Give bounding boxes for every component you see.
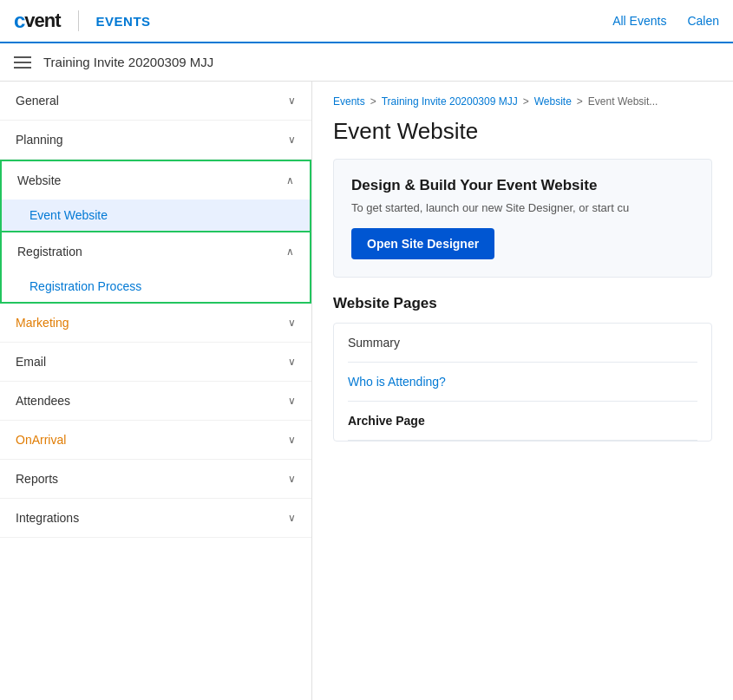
chevron-attendees: ∨ [288,395,296,407]
design-card-title: Design & Build Your Event Website [351,177,694,194]
sidebar-header-email[interactable]: Email ∨ [0,343,311,381]
sidebar-subitem-registration-process[interactable]: Registration Process [2,271,310,302]
breadcrumb-sep1: > [370,95,376,108]
sidebar-item-onarrival: OnArrival ∨ [0,421,311,460]
chevron-onarrival: ∨ [288,434,296,446]
sidebar-header-attendees[interactable]: Attendees ∨ [0,382,311,420]
page-item-summary[interactable]: Summary [348,324,697,363]
sidebar-header-registration[interactable]: Registration ∧ [2,232,310,271]
sidebar-header-website[interactable]: Website ∧ [2,161,310,200]
breadcrumb-event-website: Event Websit... [588,95,658,108]
sidebar-subitem-event-website-label: Event Website [29,208,108,222]
website-pages-section: Website Pages Summary Who is Attending? … [333,295,712,442]
page-item-who-attending[interactable]: Who is Attending? [348,363,697,402]
pages-list: Summary Who is Attending? Archive Page [333,323,712,442]
chevron-email: ∨ [288,356,296,368]
chevron-website: ∧ [286,174,294,186]
sidebar: General ∨ Planning ∨ Website ∧ Event Web… [0,82,312,700]
sub-header: Training Invite 20200309 MJJ [0,43,733,82]
sidebar-item-reports: Reports ∨ [0,460,311,499]
sidebar-header-marketing[interactable]: Marketing ∨ [0,304,311,342]
sidebar-header-general[interactable]: General ∨ [0,82,311,120]
logo-area: cvent EVENTS [14,9,151,33]
nav-all-events[interactable]: All Events [612,14,666,28]
sidebar-label-planning: Planning [16,133,63,147]
sidebar-section-registration: Registration ∧ Registration Process [0,232,311,304]
logo-vent: vent [24,10,60,32]
breadcrumb: Events > Training Invite 20200309 MJJ > … [333,95,712,108]
page-item-archive[interactable]: Archive Page [348,402,697,441]
chevron-marketing: ∨ [288,317,296,329]
sidebar-item-integrations: Integrations ∨ [0,499,311,538]
sidebar-subitem-event-website[interactable]: Event Website [2,200,310,231]
event-title: Training Invite 20200309 MJJ [43,55,213,69]
sidebar-section-website: Website ∧ Event Website [0,160,311,232]
chevron-integrations: ∨ [288,512,296,524]
nav-divider [78,10,79,31]
sidebar-header-reports[interactable]: Reports ∨ [0,460,311,498]
top-nav: cvent EVENTS All Events Calen [0,0,733,43]
page-title: Event Website [333,118,712,145]
breadcrumb-event-name[interactable]: Training Invite 20200309 MJJ [382,95,518,108]
logo: cvent [14,9,61,33]
sidebar-label-marketing: Marketing [16,316,69,330]
sidebar-item-attendees: Attendees ∨ [0,382,311,421]
sidebar-header-onarrival[interactable]: OnArrival ∨ [0,421,311,459]
breadcrumb-sep3: > [577,95,583,108]
sidebar-label-reports: Reports [16,472,58,486]
chevron-reports: ∨ [288,473,296,485]
chevron-registration: ∧ [286,245,294,258]
sidebar-label-registration: Registration [17,245,82,258]
page-item-who-attending-label: Who is Attending? [348,375,446,389]
open-site-designer-button[interactable]: Open Site Designer [351,228,494,259]
sidebar-item-email: Email ∨ [0,343,311,382]
design-card-desc: To get started, launch our new Site Desi… [351,201,694,214]
page-item-summary-label: Summary [348,336,400,350]
sidebar-label-onarrival: OnArrival [16,433,66,447]
sidebar-subitem-registration-process-label: Registration Process [29,279,141,293]
breadcrumb-sep2: > [523,95,529,108]
chevron-general: ∨ [288,95,296,107]
nav-events-label: EVENTS [96,14,151,29]
sidebar-header-planning[interactable]: Planning ∨ [0,121,311,159]
top-nav-links: All Events Calen [612,14,719,28]
sidebar-item-general: General ∨ [0,82,311,121]
hamburger-line-3 [14,67,31,69]
main-layout: General ∨ Planning ∨ Website ∧ Event Web… [0,82,733,700]
sidebar-label-attendees: Attendees [16,394,70,408]
breadcrumb-website[interactable]: Website [534,95,572,108]
page-item-archive-label: Archive Page [348,414,425,428]
design-card: Design & Build Your Event Website To get… [333,159,712,278]
nav-calendar[interactable]: Calen [687,14,719,28]
website-pages-title: Website Pages [333,295,712,312]
chevron-planning: ∨ [288,134,296,146]
sidebar-label-general: General [16,94,59,108]
logo-c: c [14,9,24,33]
sidebar-item-marketing: Marketing ∨ [0,304,311,343]
breadcrumb-events[interactable]: Events [333,95,365,108]
sidebar-header-integrations[interactable]: Integrations ∨ [0,499,311,537]
sidebar-label-email: Email [16,355,46,369]
sidebar-item-planning: Planning ∨ [0,121,311,160]
sidebar-label-integrations: Integrations [16,511,79,525]
hamburger-menu[interactable] [14,56,31,69]
content-area: Events > Training Invite 20200309 MJJ > … [312,82,733,700]
hamburger-line-1 [14,56,31,58]
hamburger-line-2 [14,62,31,63]
sidebar-label-website: Website [17,173,61,187]
